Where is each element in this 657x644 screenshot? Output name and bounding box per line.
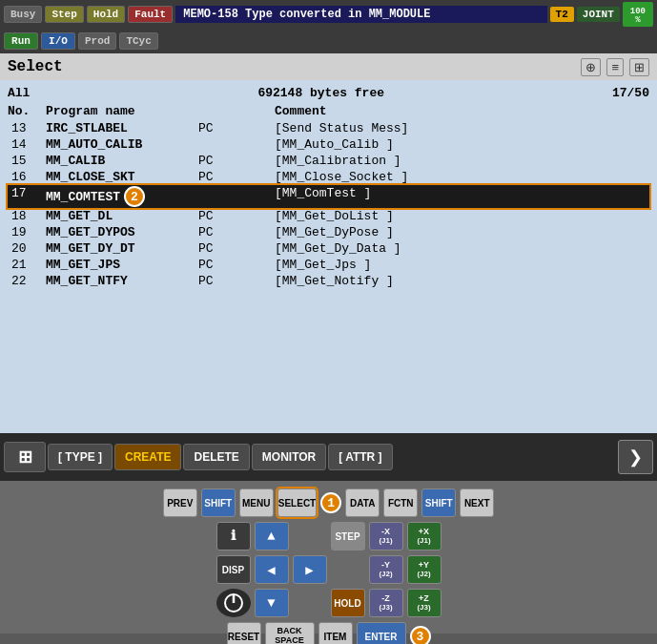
zoom-icon[interactable]: ⊕ — [581, 58, 601, 76]
joint-badge: JOINT — [577, 7, 620, 22]
select-header-bar: Select ⊕ ≡ ⊞ — [0, 53, 657, 80]
x-plus-button[interactable]: +X(J1) — [407, 522, 441, 551]
run-indicator: Run — [4, 32, 38, 50]
badge-1: 1 — [320, 492, 341, 513]
pct-badge: 100% — [623, 2, 653, 27]
grid-button[interactable]: ⊞ — [4, 442, 46, 472]
table-row[interactable]: 16MM_CLOSE_SKTPC[MM_Close_Socket ] — [8, 169, 649, 185]
fctn-button[interactable]: FCTN — [383, 488, 418, 517]
hold-button[interactable]: HOLD — [331, 589, 365, 617]
step-button[interactable]: STEP — [331, 522, 365, 551]
left-arrow[interactable]: ◀ — [255, 555, 289, 584]
table-row[interactable]: 17MM_COMTEST2[MM_ComTest ] — [8, 185, 649, 208]
program-list-area: All 692148 bytes free 17/50 No. Program … — [0, 80, 657, 433]
io-indicator: I/O — [41, 32, 75, 50]
off-on-icon — [216, 589, 251, 617]
z-plus-button[interactable]: +Z(J3) — [407, 589, 441, 617]
create-button[interactable]: CREATE — [114, 444, 181, 470]
table-row[interactable]: 22MM_GET_NTFYPC[MM_Get_Notify ] — [8, 273, 649, 289]
type-button[interactable]: [ TYPE ] — [48, 444, 113, 470]
reset-button[interactable]: RESET — [227, 622, 261, 644]
t2-badge: T2 — [550, 7, 574, 22]
col-name: Program name — [46, 104, 198, 118]
table-row[interactable]: 14MM_AUTO_CALIB[MM_Auto_Calib ] — [8, 136, 649, 153]
y-minus-button[interactable]: -Y(J2) — [369, 555, 403, 584]
kb-row-5: RESET BACKSPACE ITEM ENTER 3 — [227, 622, 431, 644]
shift1-button[interactable]: SHIFT — [201, 488, 236, 517]
busy-indicator: Busy — [4, 6, 42, 23]
badge-2: 2 — [124, 186, 145, 207]
col-comment: Comment — [275, 104, 649, 118]
right-arrow[interactable]: ▶ — [293, 555, 327, 584]
select-button[interactable]: SELECT — [277, 488, 317, 517]
bytes-free: 692148 bytes free — [257, 86, 384, 100]
kb-row-1: PREV SHIFT MENU SELECT 1 DATA FCTN SHIFT… — [163, 488, 494, 517]
attr-button[interactable]: [ ATTR ] — [328, 444, 392, 470]
table-row[interactable]: 20MM_GET_DY_DTPC[MM_Get_Dy_Data ] — [8, 240, 649, 257]
grid-view-icon[interactable]: ⊞ — [629, 58, 649, 76]
down-arrow[interactable]: ▼ — [255, 589, 289, 617]
table-row[interactable]: 18MM_GET_DLPC[MM_Get_DoList ] — [8, 208, 649, 224]
data-button[interactable]: DATA — [345, 488, 380, 517]
select-icons: ⊕ ≡ ⊞ — [581, 58, 649, 76]
kb-row-2: ℹ ▲ STEP -X(J1) +X(J1) — [216, 522, 441, 551]
program-rows: 13IRC_STLABELPC[Send Status Mess]14MM_AU… — [8, 120, 649, 289]
tcyc-indicator: TCyc — [119, 32, 157, 50]
prog-count: 17/50 — [612, 86, 649, 100]
disp-button[interactable]: DISP — [216, 555, 251, 584]
x-minus-button[interactable]: -X(J1) — [369, 522, 403, 551]
table-row[interactable]: 13IRC_STLABELPC[Send Status Mess] — [8, 120, 649, 136]
hold-indicator: Hold — [87, 6, 125, 23]
list-icon[interactable]: ≡ — [606, 58, 624, 76]
top-status-bar: Busy Step Hold Fault MEMO-158 Type conve… — [0, 0, 657, 29]
y-plus-button[interactable]: +Y(J2) — [407, 555, 441, 584]
prog-header: No. Program name Comment — [8, 102, 649, 120]
shift2-button[interactable]: SHIFT — [421, 488, 456, 517]
badge-3: 3 — [410, 626, 431, 644]
all-label: All — [8, 86, 30, 100]
select-title: Select — [8, 58, 63, 75]
item-button[interactable]: ITEM — [318, 622, 353, 644]
enter-button[interactable]: ENTER — [357, 622, 406, 644]
status-message: MEMO-158 Type converted in MM_MODULE — [175, 6, 546, 23]
step-indicator: Step — [45, 6, 83, 23]
prev-button[interactable]: PREV — [163, 488, 197, 517]
col-no: No. — [8, 104, 46, 118]
info-button[interactable]: ℹ — [216, 522, 251, 551]
bottom-toolbar: ⊞ [ TYPE ] CREATE DELETE MONITOR [ ATTR … — [0, 433, 657, 481]
up-arrow[interactable]: ▲ — [255, 522, 289, 551]
fault-indicator: Fault — [128, 6, 173, 23]
col-type — [198, 104, 275, 118]
keyboard-area: PREV SHIFT MENU SELECT 1 DATA FCTN SHIFT… — [0, 481, 657, 634]
backspace-button[interactable]: BACKSPACE — [265, 622, 315, 644]
table-row[interactable]: 19MM_GET_DYPOSPC[MM_Get_DyPose ] — [8, 224, 649, 240]
delete-button[interactable]: DELETE — [183, 444, 249, 470]
z-minus-button[interactable]: -Z(J3) — [369, 589, 403, 617]
next-chevron[interactable]: ❯ — [618, 440, 653, 474]
kb-row-3: DISP ◀ ▶ -Y(J2) +Y(J2) — [216, 555, 441, 584]
menu-button[interactable]: MENU — [239, 488, 274, 517]
kb-row-4: ▼ HOLD -Z(J3) +Z(J3) — [216, 589, 441, 617]
table-row[interactable]: 15MM_CALIBPC[MM_Calibration ] — [8, 153, 649, 169]
prod-indicator: Prod — [78, 32, 116, 50]
monitor-button[interactable]: MONITOR — [252, 444, 326, 470]
prog-summary: All 692148 bytes free 17/50 — [8, 84, 649, 102]
table-row[interactable]: 21MM_GET_JPSPC[MM_Get_Jps ] — [8, 257, 649, 273]
next-button[interactable]: NEXT — [460, 488, 494, 517]
